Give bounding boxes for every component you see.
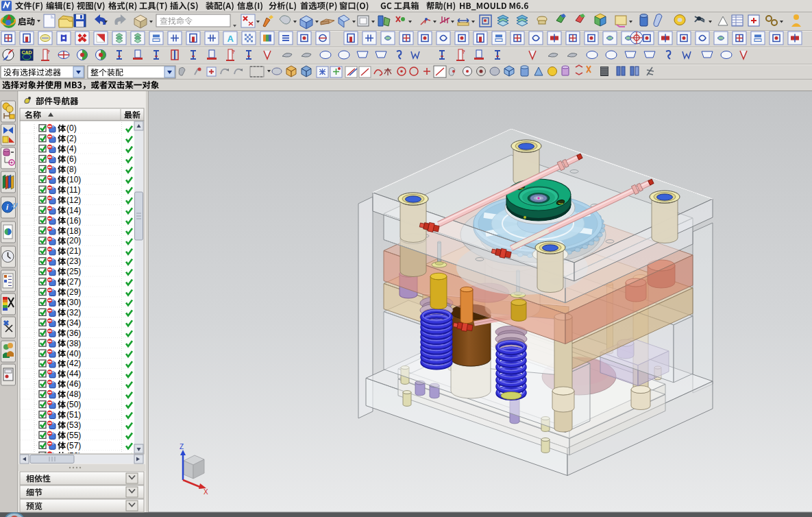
svg-text:(4): (4) bbox=[66, 144, 77, 154]
svg-text:X: X bbox=[204, 488, 208, 496]
svg-text:(0): (0) bbox=[66, 123, 77, 133]
svg-text:(20): (20) bbox=[66, 236, 81, 245]
svg-text:(23): (23) bbox=[66, 256, 81, 266]
svg-text:(14): (14) bbox=[66, 206, 81, 215]
svg-text:(11): (11) bbox=[66, 185, 80, 195]
svg-text:Z: Z bbox=[180, 443, 184, 450]
svg-text:(30): (30) bbox=[66, 298, 81, 307]
svg-text:(57): (57) bbox=[66, 441, 81, 450]
svg-text:?: ? bbox=[462, 49, 465, 55]
svg-text:(53): (53) bbox=[66, 420, 81, 430]
svg-text:(46): (46) bbox=[66, 379, 81, 389]
svg-text:(34): (34) bbox=[66, 318, 81, 328]
svg-text:A: A bbox=[227, 34, 234, 44]
svg-text:?: ? bbox=[47, 49, 50, 55]
svg-text:(10): (10) bbox=[66, 175, 81, 184]
svg-text:(16): (16) bbox=[66, 216, 81, 226]
svg-text:(36): (36) bbox=[66, 328, 81, 338]
svg-text:(48): (48) bbox=[66, 389, 81, 399]
svg-text:(2): (2) bbox=[66, 134, 77, 143]
svg-text:(6): (6) bbox=[66, 154, 77, 164]
svg-text:(55): (55) bbox=[66, 431, 81, 440]
svg-text:(27): (27) bbox=[66, 277, 81, 287]
svg-text:(32): (32) bbox=[66, 308, 81, 317]
svg-text:(50): (50) bbox=[66, 400, 81, 409]
svg-text:?: ? bbox=[232, 49, 235, 55]
svg-text:(38): (38) bbox=[66, 339, 81, 348]
svg-text:(25): (25) bbox=[66, 267, 81, 276]
svg-text:(29): (29) bbox=[66, 287, 81, 297]
svg-text:(51): (51) bbox=[66, 410, 81, 420]
svg-text:(8): (8) bbox=[66, 165, 77, 174]
svg-text:(21): (21) bbox=[66, 246, 81, 256]
svg-text:(40): (40) bbox=[66, 349, 81, 359]
svg-text:(18): (18) bbox=[66, 226, 81, 236]
svg-text:(42): (42) bbox=[66, 359, 81, 368]
svg-text:(12): (12) bbox=[66, 195, 81, 205]
svg-text:(44): (44) bbox=[66, 369, 81, 378]
